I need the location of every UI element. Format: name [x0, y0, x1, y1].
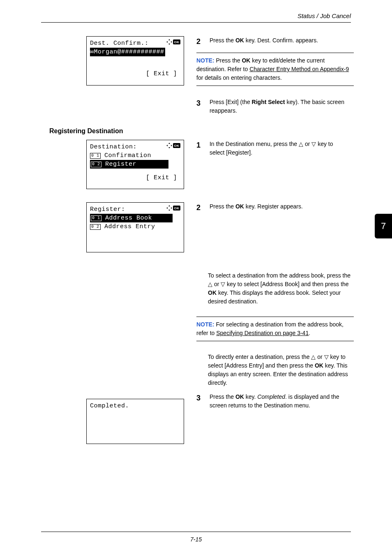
- step-number: 2: [196, 36, 208, 47]
- step-number: 3: [196, 393, 208, 404]
- lcd-exit-action: [ Exit ]: [146, 70, 177, 77]
- t: Press the: [210, 203, 235, 210]
- down-arrow-icon: ▽: [324, 354, 329, 360]
- t: OK: [315, 362, 323, 369]
- menu-item: Confirmation: [101, 152, 152, 159]
- t: OK: [235, 203, 244, 210]
- svg-marker-12: [168, 205, 170, 206]
- down-arrow-icon: ▽: [221, 281, 225, 287]
- svg-marker-2: [166, 41, 168, 43]
- up-arrow-icon: △: [311, 354, 316, 360]
- menu-item: Address Entry: [101, 223, 155, 230]
- chapter-number: 7: [381, 221, 386, 231]
- lcd-completed: Completed.: [86, 399, 184, 444]
- link-char-entry[interactable]: Character Entry Method on Appendix-9: [249, 66, 349, 72]
- nav-ok-icon: OK: [166, 143, 180, 148]
- t: Completed: [257, 393, 285, 400]
- note-edit-delete: NOTE: Press the OK key to edit/delete th…: [196, 53, 354, 86]
- step-3b: 3 Press the OK key. Completed. is displa…: [196, 393, 349, 410]
- t: OK: [208, 289, 217, 296]
- header-rule: [41, 22, 351, 23]
- step-1b: 1 In the Destination menu, press the △ o…: [196, 140, 349, 157]
- step-3a: 3 Press [Exit] (the Right Select key). T…: [196, 98, 349, 115]
- t: Press the: [210, 37, 235, 44]
- t: Press the: [216, 57, 242, 64]
- t: key. Register appears.: [244, 203, 303, 210]
- t: OK: [235, 37, 244, 44]
- lcd-exit-action: [ Exit ]: [146, 174, 177, 181]
- t: To directly enter a destination, press t…: [208, 354, 311, 360]
- step-number: 2: [196, 202, 208, 213]
- up-arrow-icon: △: [208, 281, 212, 287]
- nav-ok-icon: OK: [166, 39, 180, 45]
- svg-marker-14: [166, 207, 168, 209]
- footer-rule: [41, 532, 351, 532]
- note-label: NOTE:: [196, 57, 216, 64]
- note-specifying-destination: NOTE: For selecting a destination from t…: [196, 317, 354, 341]
- lcd-title: Dest. Confirm.:: [90, 40, 149, 47]
- t: Right Select: [252, 99, 285, 105]
- t: .: [309, 330, 310, 336]
- svg-marker-15: [171, 207, 172, 209]
- nav-ok-icon: OK: [166, 205, 180, 211]
- t: OK: [242, 57, 250, 64]
- t: key to select [Address Book] and then pr…: [225, 281, 348, 287]
- heading-registering-destination: Registering Destination: [49, 127, 123, 135]
- lcd-destination-menu: Destination: OK 0 1 Confirmation 0 2 Reg…: [86, 140, 184, 189]
- svg-marker-1: [168, 44, 170, 45]
- para-address-entry: To directly enter a destination, press t…: [208, 353, 353, 387]
- menu-item-selected: Register: [101, 161, 137, 168]
- t: Press [Exit] (the: [210, 99, 252, 105]
- page-number: 7-15: [0, 536, 392, 543]
- step-2b: 2 Press the OK key. Register appears.: [196, 202, 349, 213]
- t: To select a destination from the address…: [208, 272, 350, 279]
- link-specifying-destination[interactable]: Specifying Destination on page 3-41: [216, 330, 309, 336]
- svg-marker-8: [166, 145, 168, 146]
- menu-index: 0 1: [90, 153, 101, 159]
- up-arrow-icon: △: [299, 141, 303, 147]
- t: key. This displays the address book. Sel…: [208, 289, 341, 305]
- t: OK: [235, 393, 244, 400]
- svg-text:OK: OK: [174, 144, 180, 148]
- menu-index: 0 1: [91, 215, 101, 221]
- breadcrumb: Status / Job Cancel: [297, 12, 351, 19]
- para-address-book: To select a destination from the address…: [208, 271, 353, 306]
- lcd-highlighted: Morgan@###########: [94, 49, 164, 56]
- down-arrow-icon: ▽: [311, 141, 316, 147]
- t: Press the: [210, 393, 235, 400]
- svg-marker-6: [168, 143, 170, 144]
- svg-marker-13: [168, 210, 170, 211]
- t: or: [316, 354, 324, 360]
- note-label: NOTE:: [196, 321, 216, 328]
- step-number: 3: [196, 98, 208, 109]
- menu-index: 0 2: [91, 162, 101, 167]
- lcd-title: Register:: [90, 206, 125, 213]
- menu-index: 0 2: [90, 224, 101, 230]
- svg-marker-9: [171, 145, 172, 146]
- step-number: 1: [196, 140, 208, 151]
- t: or: [303, 141, 311, 147]
- t: In the Destination menu, press the: [210, 141, 299, 147]
- mail-icon: ✉: [90, 49, 94, 56]
- t: key.: [244, 393, 257, 400]
- svg-text:OK: OK: [174, 40, 180, 44]
- lcd-dest-confirm: Dest. Confirm.: OK ✉Morgan@########### […: [86, 36, 184, 86]
- lcd-completed-text: Completed.: [90, 402, 180, 410]
- lcd-register-menu: Register: OK 0 1 Address Book 0 2 Addres…: [86, 202, 184, 252]
- chapter-tab: 7: [375, 214, 392, 238]
- step-2a: 2 Press the OK key. Dest. Confirm. appea…: [196, 36, 349, 47]
- menu-item-selected: Address Book: [101, 215, 152, 222]
- t: for details on entering characters.: [196, 74, 282, 81]
- svg-marker-7: [168, 147, 170, 148]
- svg-marker-3: [171, 41, 172, 43]
- svg-marker-0: [168, 39, 170, 40]
- t: or: [212, 281, 221, 287]
- t: key. Dest. Confirm. appears.: [244, 37, 318, 44]
- svg-text:OK: OK: [174, 206, 180, 210]
- lcd-title: Destination:: [90, 143, 137, 150]
